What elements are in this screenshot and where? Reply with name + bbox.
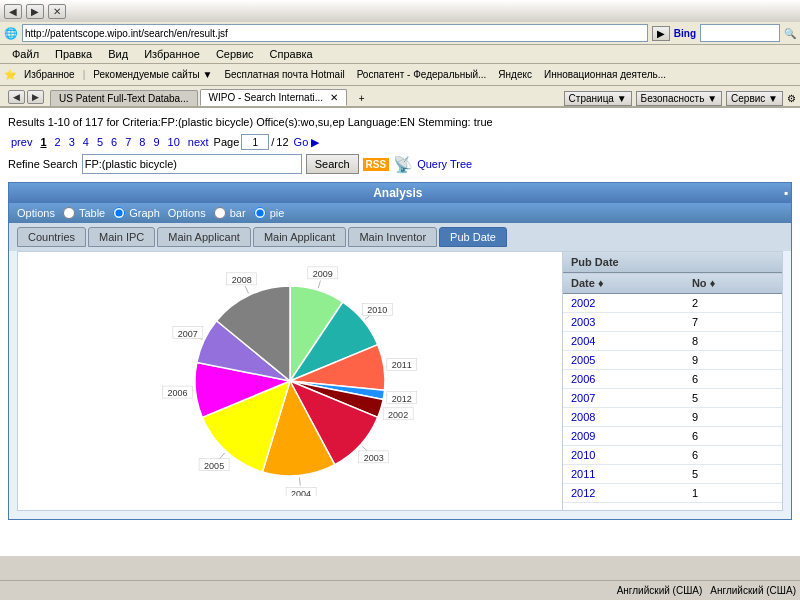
service-btn[interactable]: Сервис ▼ (726, 91, 783, 106)
bookmark-innovation[interactable]: Инновационная деятель... (540, 68, 670, 81)
date-cell[interactable]: 2006 (563, 370, 684, 389)
menu-tools[interactable]: Сервис (212, 47, 258, 61)
query-tree-link[interactable]: Query Tree (417, 158, 472, 170)
menu-favorites[interactable]: Избранное (140, 47, 204, 61)
date-cell[interactable]: 2004 (563, 332, 684, 351)
bookmark-rospatent[interactable]: Роспатент - Федеральный... (353, 68, 491, 81)
no-cell: 6 (684, 446, 782, 465)
page-9-link[interactable]: 9 (150, 135, 162, 149)
bookmark-recommended[interactable]: Рекомендуемые сайты ▼ (89, 68, 216, 81)
tab-us-patent[interactable]: US Patent Full-Text Databa... (50, 90, 198, 106)
back-icon[interactable]: ◀ (4, 4, 22, 19)
page-6-link[interactable]: 6 (108, 135, 120, 149)
tab-main-applicant-1[interactable]: Main Applicant (157, 227, 251, 247)
table-row: 20022 (563, 294, 782, 313)
options-label2: Options (168, 207, 206, 219)
pie-label-2012: 2012 (392, 394, 412, 404)
col-no-header[interactable]: No ♦ (684, 273, 782, 294)
tab-main-ipc[interactable]: Main IPC (88, 227, 155, 247)
forward-nav-btn[interactable]: ▶ (27, 90, 44, 104)
prev-link[interactable]: prev (8, 135, 35, 149)
analysis-collapse-icon[interactable]: ▪ (784, 186, 788, 200)
pie-label-2006: 2006 (168, 388, 188, 398)
pub-date-table: Pub Date Date ♦ No ♦ 2002220037200482005… (563, 252, 782, 503)
options-bar: Options Table Graph Options bar pie (9, 203, 791, 223)
page-btn[interactable]: Страница ▼ (564, 91, 632, 106)
page-3-link[interactable]: 3 (66, 135, 78, 149)
date-cell[interactable]: 2008 (563, 408, 684, 427)
pie-radio[interactable] (254, 207, 266, 219)
menu-bar: Файл Правка Вид Избранное Сервис Справка (0, 45, 800, 64)
search-input[interactable] (82, 154, 302, 174)
tab-main-inventor[interactable]: Main Inventor (348, 227, 437, 247)
page-10-link[interactable]: 10 (165, 135, 183, 149)
bookmark-yandex[interactable]: Яндекс (494, 68, 536, 81)
pie-label-2002: 2002 (388, 410, 408, 420)
page-label: Page (214, 136, 240, 148)
chart-tabs: Countries Main IPC Main Applicant Main A… (9, 223, 791, 251)
table-row: 20096 (563, 427, 782, 446)
tab-main-applicant-2[interactable]: Main Applicant (253, 227, 347, 247)
date-cell[interactable]: 2010 (563, 446, 684, 465)
menu-edit[interactable]: Правка (51, 47, 96, 61)
date-cell[interactable]: 2009 (563, 427, 684, 446)
tab-close-icon[interactable]: ✕ (330, 92, 338, 103)
address-go-button[interactable]: ▶ (652, 26, 670, 41)
pie-label-line-2008 (245, 286, 248, 293)
tab-countries[interactable]: Countries (17, 227, 86, 247)
pie-label-2007: 2007 (178, 329, 198, 339)
address-input[interactable] (22, 24, 648, 42)
refine-search-label: Refine Search (8, 158, 78, 170)
no-cell: 6 (684, 427, 782, 446)
page-input[interactable] (241, 134, 269, 150)
table-radio[interactable] (63, 207, 75, 219)
page-7-link[interactable]: 7 (122, 135, 134, 149)
forward-icon[interactable]: ▶ (26, 4, 44, 19)
table-title-cell: Pub Date (563, 252, 782, 273)
search-button[interactable]: Search (306, 154, 359, 174)
bookmark-favorites[interactable]: Избранное (20, 68, 79, 81)
page-4-link[interactable]: 4 (80, 135, 92, 149)
pie-label-2004: 2004 (291, 489, 311, 496)
new-tab-button[interactable]: + (353, 91, 371, 106)
date-cell[interactable]: 2011 (563, 465, 684, 484)
pie-label-2011: 2011 (392, 360, 412, 370)
date-cell[interactable]: 2012 (563, 484, 684, 503)
bookmark-hotmail[interactable]: Бесплатная почта Hotmail (220, 68, 348, 81)
results-info: Results 1-10 of 117 for Criteria:FP:(pla… (8, 112, 792, 132)
page-5-link[interactable]: 5 (94, 135, 106, 149)
date-cell[interactable]: 2007 (563, 389, 684, 408)
page-8-link[interactable]: 8 (136, 135, 148, 149)
date-cell[interactable]: 2002 (563, 294, 684, 313)
pie-label-line-2004 (300, 478, 301, 486)
total-pages: 12 (276, 136, 288, 148)
page-2-link[interactable]: 2 (52, 135, 64, 149)
security-btn[interactable]: Безопасность ▼ (636, 91, 722, 106)
back-nav-btn[interactable]: ◀ (8, 90, 25, 104)
tab-wipo[interactable]: WIPO - Search Internati... ✕ (200, 89, 347, 106)
date-cell[interactable]: 2003 (563, 313, 684, 332)
menu-help[interactable]: Справка (266, 47, 317, 61)
settings-icon[interactable]: ⚙ (787, 93, 796, 104)
search-bar: Refine Search Search RSS 📡 Query Tree (8, 154, 792, 174)
graph-radio[interactable] (113, 207, 125, 219)
menu-view[interactable]: Вид (104, 47, 132, 61)
menu-file[interactable]: Файл (8, 47, 43, 61)
table-radio-group: Table (63, 207, 105, 219)
go-link[interactable]: Go ▶ (291, 135, 323, 150)
bing-search-input[interactable] (700, 24, 780, 42)
tab-pub-date[interactable]: Pub Date (439, 227, 507, 247)
rss-button[interactable]: RSS (363, 158, 390, 171)
date-cell[interactable]: 2005 (563, 351, 684, 370)
stop-icon[interactable]: ✕ (48, 4, 66, 19)
bing-search-icon[interactable]: 🔍 (784, 28, 796, 39)
next-link[interactable]: next (185, 135, 212, 149)
analysis-header: Analysis ▪ (9, 183, 791, 203)
pie-label: pie (270, 207, 285, 219)
col-date-header[interactable]: Date ♦ (563, 273, 684, 294)
bing-label: Bing (674, 28, 696, 39)
page-1-link[interactable]: 1 (37, 135, 49, 149)
pie-radio-group: pie (254, 207, 285, 219)
pie-container: 2009201020112012200220032004200520062007… (18, 252, 562, 510)
bar-radio[interactable] (214, 207, 226, 219)
